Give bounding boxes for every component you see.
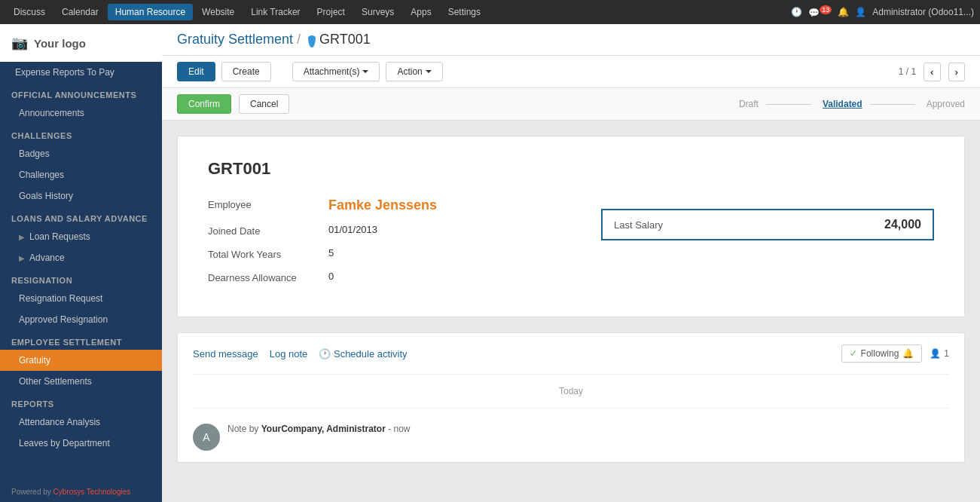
following-button[interactable]: ✓ Following 🔔	[841, 344, 923, 363]
breadcrumb: Gratuity Settlement / GRT001	[162, 24, 980, 56]
sidebar-item-other-settlements[interactable]: Other Settlements	[0, 371, 162, 392]
sidebar-item-loan-requests[interactable]: ▶ Loan Requests	[0, 226, 162, 247]
powered-by: Powered by Cybrosys Technologies	[0, 482, 162, 502]
nav-website[interactable]: Website	[194, 4, 242, 20]
total-work-years-value: 5	[328, 247, 334, 259]
nav-apps[interactable]: Apps	[403, 4, 438, 20]
status-bar: Confirm Cancel Draft Validated Approved	[162, 88, 980, 121]
schedule-activity-button[interactable]: 🕐 Schedule activity	[319, 348, 407, 360]
cancel-button[interactable]: Cancel	[239, 94, 289, 114]
status-validated: Validated	[823, 96, 923, 112]
logo[interactable]: 📷 Your logo	[0, 24, 162, 62]
next-page-button[interactable]: ›	[948, 63, 965, 81]
sidebar-item-label: Badges	[19, 148, 50, 159]
messages-icon[interactable]: 💬13	[808, 6, 832, 18]
caret-icon	[426, 70, 432, 73]
sidebar-item-challenges[interactable]: Challenges	[0, 164, 162, 185]
action-button[interactable]: Action	[386, 62, 442, 81]
create-button[interactable]: Create	[221, 62, 271, 81]
confirm-button[interactable]: Confirm	[177, 94, 231, 114]
sidebar: 📷 Your logo Expense Reports To Pay Offic…	[0, 24, 162, 502]
employee-value[interactable]: Famke Jenssens	[328, 197, 437, 213]
status-approved: Approved	[927, 96, 965, 112]
nav-human-resource[interactable]: Human Resource	[108, 4, 193, 20]
bell-small-icon: 🔔	[902, 348, 914, 359]
logo-text: Your logo	[34, 37, 86, 50]
sidebar-item-badges[interactable]: Badges	[0, 143, 162, 164]
sidebar-item-label: Attendance Analysis	[19, 417, 100, 427]
nav-surveys[interactable]: Surveys	[354, 4, 401, 20]
breadcrumb-parent-link[interactable]: Gratuity Settlement	[177, 32, 293, 47]
sidebar-item-goals-history[interactable]: Goals History	[0, 185, 162, 207]
employee-label: Employee	[208, 197, 328, 210]
dearness-allowance-label: Dearness Allowance	[208, 271, 328, 283]
sidebar-item-label: Expense Reports To Pay	[15, 67, 114, 78]
nav-right-section: 🕐 💬13 🔔 👤 Administrator (Odoo11...)	[791, 6, 974, 18]
sidebar-item-leaves-by-department[interactable]: Leaves by Department	[0, 433, 162, 454]
sidebar-item-announcements[interactable]: Announcements	[0, 103, 162, 124]
cybrosys-link[interactable]: Cybrosys Technologies	[53, 488, 131, 496]
joined-date-field: Joined Date 01/01/2013	[208, 224, 541, 237]
followers-count: 👤 1	[930, 348, 949, 359]
sidebar-item-label: Goals History	[19, 191, 73, 201]
sidebar-item-gratuity[interactable]: Gratuity	[0, 350, 162, 371]
sidebar-item-label: Loan Requests	[29, 231, 90, 242]
action-label: Action	[397, 66, 422, 77]
form-reference: GRT001	[208, 159, 934, 179]
toolbar: Edit Create Attachment(s) Action 1 / 1 ‹…	[162, 56, 980, 88]
dearness-allowance-value: 0	[328, 271, 334, 282]
sidebar-item-label: Approved Resignation	[19, 314, 108, 325]
sidebar-item-advance[interactable]: ▶ Advance	[0, 247, 162, 268]
sidebar-item-label: Other Settlements	[19, 376, 92, 387]
total-work-years-label: Total Work Years	[208, 247, 328, 260]
sidebar-item-expense-reports[interactable]: Expense Reports To Pay	[0, 62, 162, 83]
sidebar-item-resignation-request[interactable]: Resignation Request	[0, 288, 162, 309]
pagination-info: 1 / 1	[899, 66, 916, 77]
camera-icon: 📷	[11, 35, 28, 51]
toolbar-right: 1 / 1 ‹ ›	[899, 63, 965, 81]
sidebar-header-employee-settlement: Employee Settlement	[0, 330, 162, 350]
bell-icon[interactable]: 🔔	[838, 7, 849, 17]
sidebar-item-label: Announcements	[19, 108, 84, 118]
sidebar-item-label: Challenges	[19, 170, 64, 180]
sidebar-item-label: Gratuity	[19, 355, 50, 366]
nav-link-tracker[interactable]: Link Tracker	[243, 4, 307, 20]
following-label: Following	[861, 348, 899, 359]
message-time-sep: -	[388, 424, 393, 434]
attachments-label: Attachment(s)	[304, 66, 360, 77]
sidebar-header-announcements: Official Announcements	[0, 83, 162, 103]
sidebar-header-loans: Loans And Salary Advance	[0, 207, 162, 226]
joined-date-value: 01/01/2013	[328, 224, 377, 235]
nav-calendar[interactable]: Calendar	[54, 4, 106, 20]
sidebar-item-label: Resignation Request	[19, 293, 102, 304]
user-menu[interactable]: Administrator (Odoo11...)	[872, 7, 974, 17]
log-note-button[interactable]: Log note	[270, 348, 308, 360]
chatter-right: ✓ Following 🔔 👤 1	[841, 344, 949, 363]
nav-project[interactable]: Project	[310, 4, 353, 20]
sidebar-item-attendance-analysis[interactable]: Attendance Analysis	[0, 412, 162, 433]
caret-icon	[362, 70, 368, 73]
chatter-actions: Send message Log note 🕐 Schedule activit…	[193, 344, 949, 375]
clock-small-icon: 🕐	[319, 348, 331, 360]
arrow-icon: ▶	[19, 233, 25, 241]
sidebar-item-approved-resignation[interactable]: Approved Resignation	[0, 309, 162, 330]
clock-icon[interactable]: 🕐	[791, 7, 802, 17]
prev-page-button[interactable]: ‹	[924, 63, 940, 81]
dearness-allowance-field: Dearness Allowance 0	[208, 271, 541, 283]
edit-button[interactable]: Edit	[177, 62, 215, 81]
form-card: GRT001 Employee Famke Jenssens Joined Da…	[177, 136, 965, 317]
today-divider: Today	[193, 375, 949, 409]
message-meta: Note by YourCompany, Administrator - now	[227, 424, 411, 434]
nav-settings[interactable]: Settings	[441, 4, 488, 20]
user-icon[interactable]: 👤	[855, 7, 866, 17]
last-salary-value: 24,000	[884, 218, 921, 231]
send-message-button[interactable]: Send message	[193, 348, 258, 360]
top-navigation: Discuss Calendar Human Resource Website …	[0, 0, 980, 24]
attachments-button[interactable]: Attachment(s)	[292, 62, 380, 81]
nav-discuss[interactable]: Discuss	[6, 4, 53, 20]
sidebar-item-label: Advance	[29, 253, 65, 263]
message-note-prefix: Note by	[227, 424, 258, 434]
last-salary-label: Last Salary	[614, 219, 862, 231]
content-area: GRT001 Employee Famke Jenssens Joined Da…	[162, 121, 980, 502]
sidebar-item-label: Leaves by Department	[19, 438, 110, 448]
